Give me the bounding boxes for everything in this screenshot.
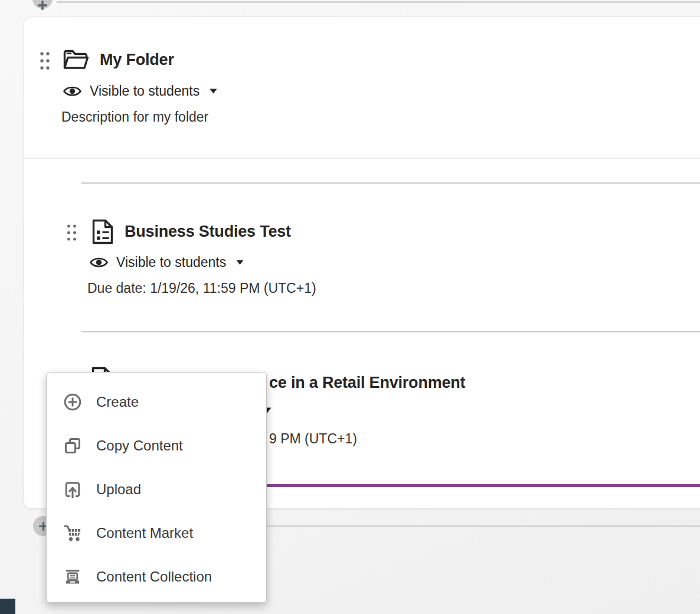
- test-item-visibility-label: Visible to students: [116, 254, 226, 270]
- menu-item-label: Copy Content: [96, 437, 183, 454]
- plus-icon: [37, 0, 48, 11]
- content-collection-icon: [63, 567, 82, 586]
- eye-icon: [63, 83, 82, 99]
- copy-icon: [63, 436, 82, 455]
- menu-item-upload[interactable]: Upload: [47, 468, 266, 511]
- test-item-title[interactable]: Business Studies Test: [125, 223, 291, 241]
- add-content-button-top[interactable]: [32, 0, 53, 9]
- folder-icon: [62, 48, 90, 71]
- menu-item-label: Create: [96, 394, 139, 410]
- plus-circle-icon: [63, 393, 82, 411]
- retail-item-due-date: 9 PM (UTC+1): [269, 431, 357, 447]
- add-content-context-menu: Create Copy Content Upload: [46, 372, 267, 603]
- menu-item-create[interactable]: Create: [47, 380, 266, 424]
- course-content-page: My Folder Visible to students Descriptio…: [0, 0, 700, 614]
- base-nav-corner: [0, 599, 15, 614]
- shopping-cart-icon: [63, 524, 82, 543]
- menu-item-label: Content Collection: [96, 569, 212, 585]
- menu-item-label: Content Market: [96, 525, 193, 541]
- folder-visibility-dropdown[interactable]: Visible to students: [63, 83, 217, 99]
- folder-header-divider: [24, 158, 700, 159]
- eye-icon: [89, 254, 109, 270]
- folder-title[interactable]: My Folder: [100, 51, 174, 69]
- upload-icon: [63, 480, 82, 499]
- retail-item-title[interactable]: ce in a Retail Environment: [269, 374, 465, 392]
- drag-dots-icon: [40, 51, 50, 71]
- drag-dots-icon: [67, 224, 77, 241]
- chevron-down-icon: [236, 260, 244, 265]
- folder-title-row: My Folder: [62, 48, 174, 71]
- folder-description: Description for my folder: [61, 109, 208, 125]
- test-item-visibility-dropdown[interactable]: Visible to students: [89, 254, 244, 270]
- menu-item-content-market[interactable]: Content Market: [47, 511, 266, 555]
- test-item-drag-handle[interactable]: [67, 224, 77, 244]
- test-item-due-date: Due date: 1/19/26, 11:59 PM (UTC+1): [87, 280, 316, 296]
- folder-drag-handle[interactable]: [40, 51, 50, 73]
- insert-divider-line-top: [57, 1, 700, 3]
- menu-item-label: Upload: [96, 481, 141, 498]
- chevron-down-icon: [210, 89, 217, 94]
- item-divider: [81, 182, 700, 184]
- test-document-icon: [91, 218, 115, 246]
- test-item-title-row: Business Studies Test: [91, 218, 291, 246]
- item-divider: [81, 331, 700, 332]
- folder-visibility-label: Visible to students: [90, 83, 199, 99]
- menu-item-content-collection[interactable]: Content Collection: [47, 555, 266, 599]
- menu-item-copy-content[interactable]: Copy Content: [47, 424, 266, 468]
